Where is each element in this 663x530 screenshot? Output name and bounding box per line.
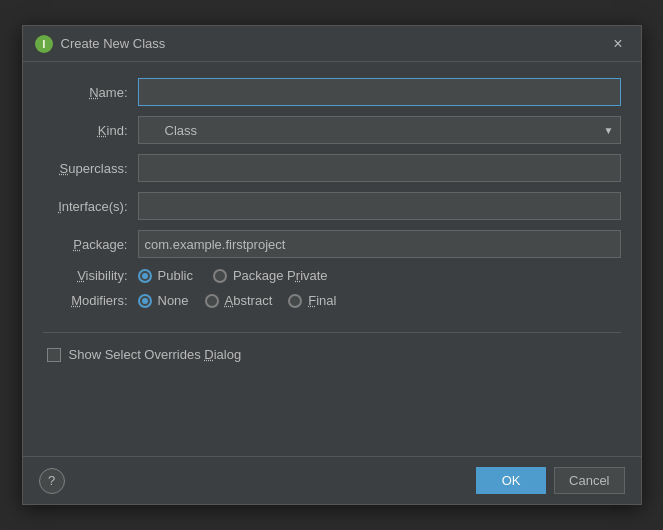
- kind-select-display[interactable]: Class ▼: [138, 116, 621, 144]
- kind-label: Kind:: [43, 123, 138, 138]
- visibility-public-label: Public: [158, 268, 193, 283]
- modifiers-row: Modifiers: None Abstract Final: [43, 293, 621, 308]
- close-button[interactable]: ×: [607, 34, 628, 54]
- modifier-none-label: None: [158, 293, 189, 308]
- show-overrides-label[interactable]: Show Select Overrides Dialog: [69, 347, 242, 362]
- modifier-abstract-item[interactable]: Abstract: [205, 293, 273, 308]
- modifier-final-label: Final: [308, 293, 336, 308]
- dialog-content: Name: Kind: C Class ▼ Superclass:: [23, 62, 641, 456]
- title-bar-left: I Create New Class: [35, 35, 166, 53]
- interfaces-row: Interface(s):: [43, 192, 621, 220]
- modifier-abstract-radio[interactable]: [205, 294, 219, 308]
- interfaces-input[interactable]: [138, 192, 621, 220]
- visibility-package-private-label: Package Private: [233, 268, 328, 283]
- modifier-final-item[interactable]: Final: [288, 293, 336, 308]
- modifier-none-item[interactable]: None: [138, 293, 189, 308]
- dialog-title: Create New Class: [61, 36, 166, 51]
- name-row: Name:: [43, 78, 621, 106]
- package-row: Package:: [43, 230, 621, 258]
- superclass-label: Superclass:: [43, 161, 138, 176]
- visibility-label: Visibility:: [43, 268, 138, 283]
- modifier-final-radio[interactable]: [288, 294, 302, 308]
- overrides-row: Show Select Overrides Dialog: [47, 347, 621, 362]
- superclass-input[interactable]: [138, 154, 621, 182]
- package-label: Package:: [43, 237, 138, 252]
- kind-value-text: Class: [165, 123, 198, 138]
- modifiers-options: None Abstract Final: [138, 293, 621, 308]
- kind-dropdown-arrow: ▼: [604, 125, 614, 136]
- name-input[interactable]: [138, 78, 621, 106]
- footer-buttons: OK Cancel: [476, 467, 624, 494]
- name-label: Name:: [43, 85, 138, 100]
- package-input[interactable]: [138, 230, 621, 258]
- dialog-footer: ? OK Cancel: [23, 456, 641, 504]
- help-button[interactable]: ?: [39, 468, 65, 494]
- visibility-package-private-item[interactable]: Package Private: [213, 268, 328, 283]
- ok-button[interactable]: OK: [476, 467, 546, 494]
- svg-text:I: I: [42, 39, 45, 50]
- interfaces-label: Interface(s):: [43, 199, 138, 214]
- create-new-class-dialog: I Create New Class × Name: Kind: C Class…: [22, 25, 642, 505]
- visibility-row: Visibility: Public Package Private: [43, 268, 621, 283]
- kind-select-wrapper: C Class ▼: [138, 116, 621, 144]
- modifier-none-radio[interactable]: [138, 294, 152, 308]
- modifier-abstract-label: Abstract: [225, 293, 273, 308]
- visibility-package-private-radio[interactable]: [213, 269, 227, 283]
- title-bar: I Create New Class ×: [23, 26, 641, 62]
- superclass-row: Superclass:: [43, 154, 621, 182]
- modifiers-label: Modifiers:: [43, 293, 138, 308]
- visibility-public-item[interactable]: Public: [138, 268, 193, 283]
- cancel-button[interactable]: Cancel: [554, 467, 624, 494]
- divider: [43, 332, 621, 333]
- show-overrides-checkbox[interactable]: [47, 348, 61, 362]
- kind-row: Kind: C Class ▼: [43, 116, 621, 144]
- app-icon: I: [35, 35, 53, 53]
- visibility-options: Public Package Private: [138, 268, 621, 283]
- visibility-public-radio[interactable]: [138, 269, 152, 283]
